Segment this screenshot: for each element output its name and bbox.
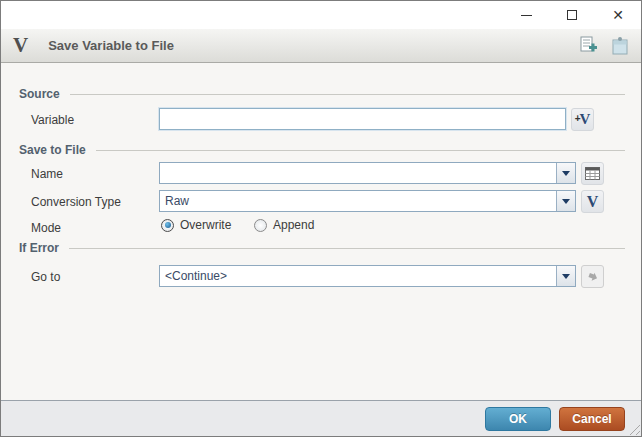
goto-dropdown-button[interactable] bbox=[556, 266, 575, 286]
chevron-down-icon bbox=[562, 199, 570, 204]
maximize-button[interactable] bbox=[549, 1, 595, 29]
close-icon: ✕ bbox=[612, 8, 624, 22]
cancel-button[interactable]: Cancel bbox=[559, 407, 625, 431]
radio-icon bbox=[254, 219, 267, 232]
page-title: Save Variable to File bbox=[48, 38, 174, 53]
action-v-logo: V bbox=[13, 35, 28, 56]
section-if-error-title: If Error bbox=[19, 241, 59, 255]
section-rule bbox=[70, 94, 625, 95]
variable-label: Variable bbox=[31, 113, 74, 127]
conversion-type-label: Conversion Type bbox=[31, 195, 121, 209]
name-combobox[interactable] bbox=[159, 162, 576, 184]
section-save-to-file-title: Save to File bbox=[19, 143, 86, 157]
save-variable-dialog: ✕ V Save Variable to File bbox=[0, 0, 642, 437]
chevron-down-icon bbox=[562, 171, 570, 176]
add-note-icon bbox=[579, 36, 598, 55]
section-save-to-file: Save to File bbox=[19, 143, 625, 157]
minimize-icon bbox=[521, 15, 532, 16]
jump-to-step-button bbox=[581, 265, 604, 288]
conversion-type-combobox[interactable]: Raw bbox=[159, 190, 576, 212]
jump-arrow-icon bbox=[586, 270, 600, 284]
variable-picker-button[interactable]: V bbox=[581, 190, 604, 213]
chevron-down-icon bbox=[562, 274, 570, 279]
add-note-button[interactable] bbox=[577, 35, 599, 57]
name-dropdown-button[interactable] bbox=[556, 163, 575, 183]
minimize-button[interactable] bbox=[503, 1, 549, 29]
insert-variable-button[interactable]: +V bbox=[571, 108, 594, 131]
radio-append-label: Append bbox=[273, 218, 314, 232]
section-rule bbox=[96, 150, 625, 151]
section-rule bbox=[69, 248, 625, 249]
variable-v-icon: V bbox=[587, 194, 599, 210]
dialog-header: V Save Variable to File bbox=[1, 29, 641, 63]
radio-overwrite-label: Overwrite bbox=[180, 218, 231, 232]
section-if-error: If Error bbox=[19, 241, 625, 255]
radio-icon bbox=[161, 219, 174, 232]
variable-input[interactable] bbox=[159, 108, 566, 130]
name-label: Name bbox=[31, 167, 63, 181]
sticky-note-button[interactable] bbox=[609, 35, 631, 57]
sticky-note-icon bbox=[611, 36, 629, 55]
radio-overwrite[interactable]: Overwrite bbox=[161, 218, 231, 232]
file-grid-icon bbox=[585, 167, 600, 180]
maximize-icon bbox=[567, 10, 577, 20]
section-source-title: Source bbox=[19, 87, 60, 101]
close-button[interactable]: ✕ bbox=[595, 1, 641, 29]
insert-variable-icon: +V bbox=[575, 112, 591, 127]
goto-combobox[interactable]: <Continue> bbox=[159, 265, 576, 287]
section-source: Source bbox=[19, 87, 625, 101]
conversion-type-value: Raw bbox=[160, 194, 556, 208]
title-bar: ✕ bbox=[1, 1, 641, 29]
mode-label: Mode bbox=[31, 221, 61, 235]
dialog-footer: OK Cancel bbox=[1, 400, 641, 436]
goto-label: Go to bbox=[31, 270, 60, 284]
conversion-type-dropdown-button[interactable] bbox=[556, 191, 575, 211]
radio-append[interactable]: Append bbox=[254, 218, 314, 232]
file-picker-button[interactable] bbox=[581, 162, 604, 185]
ok-button[interactable]: OK bbox=[485, 407, 551, 431]
goto-value: <Continue> bbox=[160, 269, 556, 283]
